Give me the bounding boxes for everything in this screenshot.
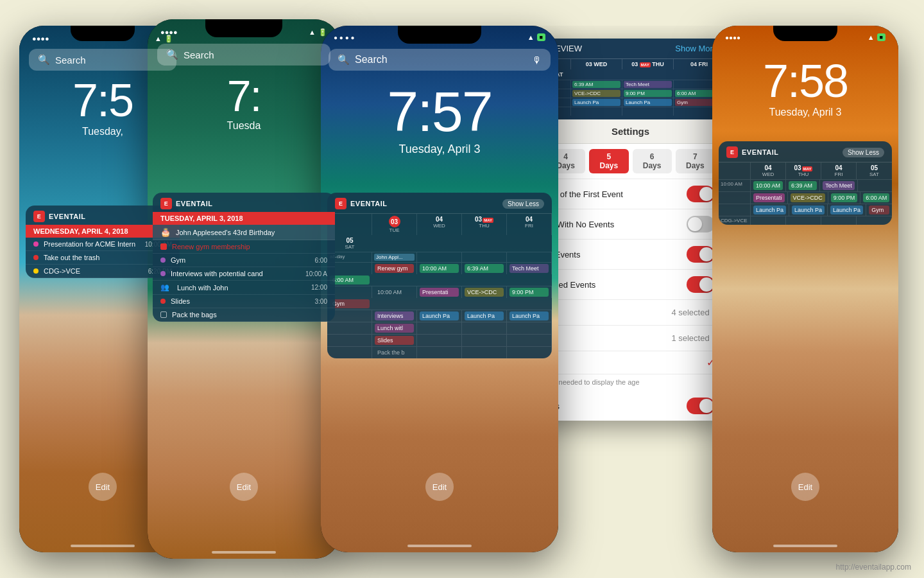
battery-icon-5: ■	[877, 33, 886, 41]
time-2: 7:	[148, 74, 340, 118]
show-less-3[interactable]: Show Less	[502, 199, 544, 209]
widget-item-2f: Pack the bags	[153, 308, 335, 322]
battery-icon-2: 🔋	[318, 28, 327, 37]
checkbox-2a	[160, 243, 167, 250]
calendars-value: 4 selected ›	[671, 308, 715, 317]
phone-2: ●●●● ▲ 🔋 🔍 Search 7: Tuesda E EV	[148, 19, 340, 559]
wifi-icon-3: ▲	[527, 33, 535, 41]
notch-1	[71, 26, 135, 41]
col-tue: 03 TUE	[372, 214, 417, 235]
cal-header-left-5: E EVENTAIL	[726, 146, 779, 158]
p-wed-1: 6:39 AM	[571, 80, 622, 89]
settings-row-2: ys With No Events	[536, 209, 725, 240]
tue-event-6: Pack the b	[372, 347, 417, 358]
cal-logo-5: E	[726, 146, 738, 158]
notch-3	[398, 26, 481, 44]
search-bar-3[interactable]: 🔍 Search 🎙	[329, 49, 551, 71]
event-text-1c: CDG->VCE	[44, 267, 143, 275]
toggle-knob-4	[699, 277, 714, 292]
p-wed-2: VCE->CDC	[571, 89, 622, 98]
events-row-6: Pack the b	[327, 346, 552, 358]
search-icon-3: 🔍	[338, 54, 350, 66]
calendars-row[interactable]: 4 selected ›	[536, 300, 725, 326]
time-display-2: 7: Tuesda	[148, 74, 340, 132]
show-more-btn[interactable]: Show More	[675, 44, 717, 53]
bottom-toggle-row: nds	[536, 391, 725, 421]
fri-event-2: 9:00 PM	[507, 286, 552, 298]
preview-events-r1: 00 AM 6:39 AM Tech Meet	[536, 80, 725, 89]
edit-btn-3[interactable]: Edit	[425, 473, 454, 501]
tue-event-4: Lunch witl	[372, 322, 417, 334]
calendars-count: 4 selected	[671, 308, 709, 317]
col5-wed: 04 WED	[751, 162, 786, 179]
show-less-5[interactable]: Show Less	[843, 148, 884, 157]
5-sat-e2: 6:00 AM	[860, 192, 892, 204]
date-3: Tuesday, April 3	[321, 143, 558, 156]
5-sat-e3: Gym	[866, 204, 892, 216]
reminders-value: 1 selected ›	[671, 333, 715, 343]
widget-app-name-2: EVENTAIL	[176, 200, 213, 207]
5-fri-e3: Launch Pa	[828, 204, 866, 216]
preview-events-r3: e out tr Launch Pa Launch Pa Gym	[536, 98, 725, 107]
wifi-icon-2: ▲	[309, 28, 316, 36]
col5-fri: 04 FRI	[821, 162, 857, 179]
p-thu-2: 9:00 PM	[622, 89, 674, 98]
widget-2: E EVENTAIL TUESDAY, APRIL 3, 2018 🎂 John…	[153, 193, 335, 322]
day-btn-6[interactable]: 6 Days	[633, 149, 672, 173]
calendar-widget-5: E EVENTAIL Show Less 04 WED 03MAY THU	[719, 141, 892, 225]
event-time-2d: 12:00	[311, 284, 327, 291]
events5-row-1: 10:00 AM 10:00 AM 6:39 AM Tech Meet	[719, 179, 892, 191]
allday-row: all-day John Appl...	[327, 252, 552, 262]
edit-btn-5[interactable]: Edit	[791, 473, 819, 501]
toggle-2[interactable]	[687, 216, 715, 232]
col-wed: 04 WED	[417, 214, 462, 235]
event-text-1a: Presentation for ACME Intern	[44, 240, 140, 248]
bottom-toggle[interactable]	[687, 398, 715, 414]
search-icon-2: 🔍	[166, 49, 178, 60]
home-indicator-5	[773, 545, 837, 547]
bottom-toggle-knob	[699, 399, 714, 413]
reminders-row[interactable]: 1 selected ›	[536, 326, 725, 351]
events5-row-2: Presentati VCE->CDC 9:00 PM 6:00 AM	[719, 191, 892, 204]
eventail-logo-1: E	[33, 211, 45, 222]
events-row-5: Slides	[327, 334, 552, 346]
calendar-widget-3: E EVENTAIL Show Less 03 TUE 04 WED	[327, 193, 552, 358]
search-icon-1: 🔍	[38, 54, 50, 66]
wed-event-3: Launch Pa	[417, 310, 462, 322]
day-btn-7[interactable]: 7 Days	[676, 149, 715, 173]
birthday-text: John Appleseed's 43rd Birthday	[176, 229, 327, 236]
widget-item-2b: Gym 6:00	[153, 254, 335, 267]
preview-events-r2: resentati VCE->CDC 9:00 PM 6:00 AM	[536, 89, 725, 98]
dot-2c	[160, 271, 166, 276]
edit-btn-2[interactable]: Edit	[230, 473, 258, 501]
edit-btn-1[interactable]: Edit	[89, 473, 117, 501]
settings-title: Settings	[536, 119, 725, 144]
settings-row-4: clined Events	[536, 270, 725, 300]
toggle-3[interactable]	[687, 246, 715, 263]
thu-event-3: Launch Pa	[462, 310, 507, 322]
toggle-knob-1	[699, 187, 714, 201]
time-display-3: 7:57 Tuesday, April 3	[321, 83, 558, 156]
dot-2b	[160, 258, 166, 263]
widget-header-left-1: E EVENTAIL	[33, 211, 86, 222]
toggle-4[interactable]	[687, 276, 715, 293]
time-5: 7:58	[712, 58, 898, 104]
col-fri: 04 FRI	[507, 214, 552, 235]
5-sat-e1	[858, 180, 892, 191]
events-row-4: Lunch witl	[327, 322, 552, 334]
status-icons-2: ▲ 🔋	[309, 28, 327, 37]
birthday-item: 🎂 John Appleseed's 43rd Birthday	[153, 225, 335, 240]
toggle-1[interactable]	[687, 186, 715, 202]
preview-section: PREVIEW Show More 03 WED 03 MAY THU 04 F…	[536, 39, 725, 119]
event-text-2a: Renew gym membership	[172, 243, 327, 250]
wifi-icon-5: ▲	[868, 33, 875, 41]
search-bar-2[interactable]: 🔍 Search	[157, 44, 330, 66]
toggle-knob-3	[699, 247, 714, 261]
5-fri-e1: Tech Meet	[820, 180, 858, 191]
cal-header-left-3: E EVENTAIL	[335, 198, 388, 209]
wed-event-2: Presentati	[417, 286, 462, 298]
event-text-2d: Lunch with John	[177, 284, 306, 292]
cal-logo-3: E	[335, 198, 346, 209]
day-btn-5[interactable]: 5 Days	[589, 149, 628, 173]
search-bar-1[interactable]: 🔍 Search	[29, 49, 176, 71]
